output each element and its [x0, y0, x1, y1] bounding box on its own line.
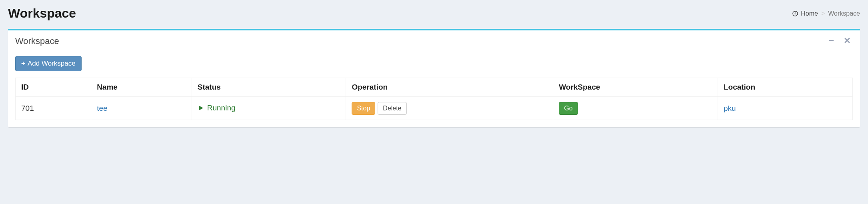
add-workspace-label: Add Workspace [28, 60, 76, 68]
table-row: 701 tee Running Sto [16, 97, 853, 120]
location-link[interactable]: pku [724, 104, 736, 112]
collapse-button[interactable] [826, 36, 837, 46]
box-title: Workspace [15, 36, 59, 46]
status-text: Running [207, 104, 236, 112]
close-button[interactable] [842, 36, 853, 46]
col-header-location: Location [718, 78, 852, 97]
col-header-workspace: WorkSpace [553, 78, 718, 97]
breadcrumb: Home > Workspace [792, 10, 860, 17]
play-icon [198, 105, 204, 111]
plus-icon: + [21, 60, 25, 68]
breadcrumb-separator: > [821, 10, 825, 17]
workspace-panel: Workspace + Add Workspace ID Name [8, 29, 860, 127]
col-header-operation: Operation [346, 78, 553, 97]
close-icon [844, 37, 850, 46]
svg-rect-0 [829, 40, 834, 41]
col-header-id: ID [16, 78, 91, 97]
delete-button[interactable]: Delete [378, 102, 406, 114]
page-title: Workspace [8, 6, 76, 21]
svg-marker-1 [199, 106, 203, 110]
breadcrumb-home[interactable]: Home [801, 10, 818, 17]
breadcrumb-current: Workspace [828, 10, 860, 17]
workspace-name-link[interactable]: tee [97, 104, 107, 112]
col-header-status: Status [192, 78, 346, 97]
dashboard-icon [792, 10, 798, 17]
minus-icon [828, 37, 834, 46]
go-button[interactable]: Go [559, 102, 578, 114]
add-workspace-button[interactable]: + Add Workspace [15, 56, 82, 71]
workspace-table: ID Name Status Operation WorkSpace Locat… [15, 78, 853, 120]
status-badge: Running [198, 104, 236, 112]
stop-button[interactable]: Stop [352, 102, 375, 114]
cell-id: 701 [16, 97, 91, 120]
col-header-name: Name [91, 78, 192, 97]
